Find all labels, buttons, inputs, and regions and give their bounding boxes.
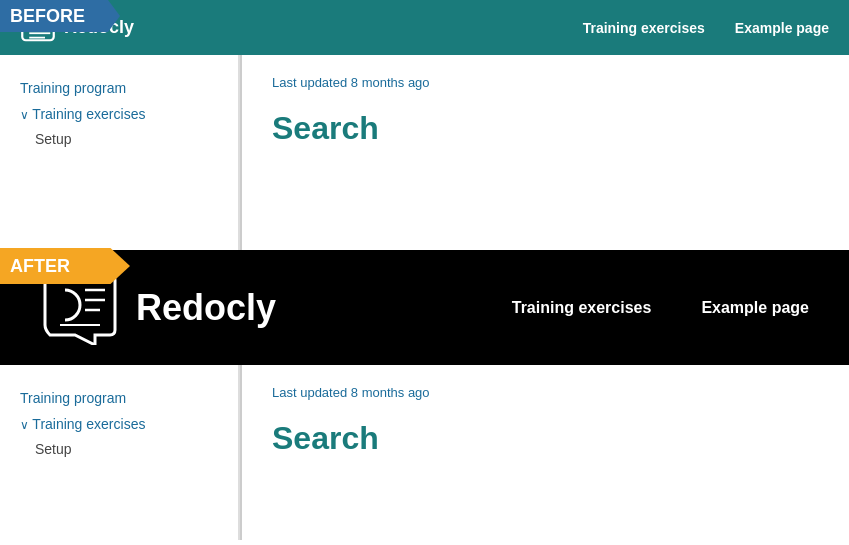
after-sidebar-training-program[interactable]: Training program [15, 385, 223, 411]
before-nav-example[interactable]: Example page [735, 20, 829, 36]
after-nav-links: Training exercises Example page [512, 299, 809, 317]
after-last-updated: Last updated 8 months ago [272, 385, 819, 400]
before-main: Last updated 8 months ago Search [242, 55, 849, 250]
after-last-updated-prefix: Last updated [272, 385, 351, 400]
after-badge: AFTER [0, 248, 130, 284]
sidebar-training-exercises[interactable]: Training exercises [15, 101, 223, 127]
after-section: Redocly Training exercises Example page … [0, 250, 849, 540]
sidebar-training-program[interactable]: Training program [15, 75, 223, 101]
before-last-updated: Last updated 8 months ago [272, 75, 819, 90]
before-nav-links: Training exercises Example page [583, 20, 829, 36]
before-last-updated-link: 8 months ago [351, 75, 430, 90]
after-sidebar-training-exercises[interactable]: Training exercises [15, 411, 223, 437]
after-last-updated-link: 8 months ago [351, 385, 430, 400]
after-nav-example[interactable]: Example page [701, 299, 809, 317]
after-nav-training[interactable]: Training exercises [512, 299, 652, 317]
after-content: Training program Training exercises Setu… [0, 365, 849, 540]
before-content: Training program Training exercises Setu… [0, 55, 849, 250]
after-page-title: Search [272, 420, 819, 457]
before-label-text: BEFORE [10, 6, 85, 27]
before-sidebar: Training program Training exercises Setu… [0, 55, 240, 250]
before-nav-training[interactable]: Training exercises [583, 20, 705, 36]
sidebar-setup[interactable]: Setup [15, 127, 223, 151]
after-main: Last updated 8 months ago Search [242, 365, 849, 540]
before-page-title: Search [272, 110, 819, 147]
after-label-text: AFTER [10, 256, 70, 277]
before-navbar: Redocly Training exercises Example page [0, 0, 849, 55]
before-last-updated-prefix: Last updated [272, 75, 351, 90]
after-sidebar-setup[interactable]: Setup [15, 437, 223, 461]
before-badge: BEFORE [0, 0, 120, 32]
after-sidebar: Training program Training exercises Setu… [0, 365, 240, 540]
before-section: Redocly Training exercises Example page … [0, 0, 849, 250]
after-logo-text: Redocly [136, 287, 276, 329]
